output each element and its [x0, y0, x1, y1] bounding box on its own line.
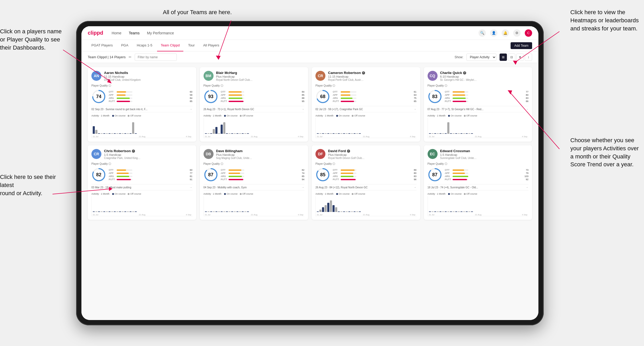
- list-view-icon[interactable]: ⊟: [508, 54, 515, 61]
- player-name[interactable]: Aaron Nicholls: [104, 71, 193, 75]
- filter-icon[interactable]: ▼: [516, 54, 524, 61]
- stat-name: APP: [109, 172, 115, 174]
- stat-bar: [341, 176, 356, 177]
- chart-bar: [215, 127, 217, 134]
- bell-icon[interactable]: 🔔: [502, 29, 509, 37]
- chart-bar: [468, 211, 470, 212]
- chart-bar: [351, 133, 353, 134]
- nav-home[interactable]: Home: [112, 30, 121, 36]
- player-name[interactable]: Blair McHarg: [216, 71, 305, 75]
- chart-bar: [335, 207, 337, 212]
- player-card[interactable]: ECEdward Crossman1-5 HandicapSunningdale…: [424, 145, 532, 220]
- player-name[interactable]: Charlie Quick✓: [440, 71, 529, 75]
- chart-bar: [114, 133, 116, 134]
- chart-bar: [236, 133, 238, 134]
- quality-score[interactable]: 87: [432, 172, 437, 178]
- chart-bar: [101, 211, 103, 212]
- stat-value: 80: [526, 94, 528, 96]
- tab-all-players[interactable]: All Players: [199, 40, 223, 51]
- round-arrow[interactable]: →: [190, 186, 193, 189]
- chart-label: 4 Sep: [522, 135, 527, 138]
- settings-icon[interactable]: ⚙: [513, 29, 521, 37]
- latest-round-text: 03 Mar 23 · 19, Must make putting: [91, 186, 131, 189]
- round-arrow[interactable]: →: [302, 108, 304, 111]
- nav-teams[interactable]: Teams: [129, 30, 139, 36]
- stat-value: 83: [526, 97, 528, 99]
- stat-value: 96: [414, 178, 416, 181]
- stat-bar: [341, 98, 356, 99]
- person-icon[interactable]: 👤: [490, 29, 497, 37]
- tab-pga[interactable]: PGA: [117, 40, 132, 51]
- player-name[interactable]: Dave Billingham: [216, 149, 305, 153]
- tab-pgat[interactable]: PGAT Players: [88, 40, 116, 51]
- stat-name: OTT: [221, 169, 227, 171]
- player-card[interactable]: DFDavid Ford✓Plus HandicapRoyal North De…: [312, 145, 420, 220]
- chart-bar: [116, 211, 118, 212]
- chart-bar: [135, 211, 137, 212]
- round-arrow[interactable]: →: [190, 108, 193, 111]
- chart-bar: [343, 133, 345, 134]
- avatar-icon[interactable]: C: [525, 29, 532, 37]
- quality-score[interactable]: 74: [96, 94, 101, 99]
- chart-bar: [239, 211, 241, 212]
- stat-bar: [117, 176, 132, 177]
- player-name[interactable]: Edward Crossman: [440, 149, 529, 153]
- player-handicap: Plus Handicap: [216, 153, 305, 156]
- stat-name: OTT: [445, 91, 451, 93]
- player-club: Sog Maging Golf Club, United Kingdom: [216, 157, 253, 159]
- stat-bar: [453, 101, 468, 102]
- round-arrow[interactable]: →: [414, 186, 417, 189]
- grid-view-icon[interactable]: ⊞: [500, 54, 507, 61]
- chart-bar: [447, 211, 449, 212]
- player-name[interactable]: Chris Robertson✓: [104, 149, 193, 153]
- chart-bar: [127, 211, 129, 212]
- verified-badge: ✓: [463, 71, 466, 74]
- chart-bar: [226, 211, 228, 212]
- activity-title: Activity · 1 Month: [315, 193, 334, 195]
- quality-score[interactable]: 85: [320, 172, 325, 178]
- player-card[interactable]: BMBlair McHargPlus HandicapRoyal North D…: [200, 67, 308, 142]
- quality-score[interactable]: 83: [432, 94, 437, 99]
- player-card[interactable]: ANAaron Nicholls11-15 HandicapDrift Golf…: [88, 67, 196, 142]
- player-name[interactable]: Cameron Robertson✓: [328, 71, 417, 75]
- quality-score[interactable]: 87: [208, 172, 213, 178]
- chart-bar: [463, 133, 465, 134]
- add-team-button[interactable]: Add Team: [511, 42, 532, 49]
- chart-bar: [340, 211, 342, 212]
- filter-search-input[interactable]: [135, 54, 177, 61]
- quality-score[interactable]: 68: [320, 94, 325, 99]
- nav-performance[interactable]: My Performance: [147, 30, 174, 36]
- nav-logo[interactable]: clippd: [88, 30, 103, 36]
- stat-name: ARG: [333, 97, 339, 99]
- quality-score[interactable]: 82: [96, 172, 101, 178]
- quality-score[interactable]: 93: [208, 94, 213, 99]
- search-icon[interactable]: 🔍: [479, 29, 486, 37]
- player-handicap: 11-15 Handicap: [104, 75, 193, 78]
- chart-bar: [132, 211, 134, 212]
- round-arrow[interactable]: →: [526, 108, 528, 111]
- round-arrow[interactable]: →: [526, 186, 528, 189]
- chart-bar: [356, 133, 358, 134]
- show-select[interactable]: Player Activity: [466, 54, 496, 61]
- player-name[interactable]: David Ford✓: [328, 149, 417, 153]
- player-card[interactable]: CRCameron Robertson✓11-15 HandicapRoyal …: [312, 67, 420, 142]
- top-nav: clippd Home Teams My Performance 🔍 👤 🔔 ⚙…: [81, 26, 538, 40]
- player-card[interactable]: DBDave BillinghamPlus HandicapSog Maging…: [200, 145, 308, 220]
- player-card[interactable]: CRChris Robertson✓1-5 HandicapCraigmilla…: [88, 145, 196, 220]
- stat-name: ARG: [445, 97, 451, 99]
- stat-name: PUTT: [109, 100, 115, 103]
- tab-tour[interactable]: Tour: [184, 40, 198, 51]
- sort-icon[interactable]: ↕: [525, 54, 532, 61]
- quality-label: Player Quality ⓘ: [428, 84, 529, 88]
- stat-value: 73: [524, 169, 528, 171]
- chart-bar: [351, 211, 353, 212]
- tab-team-clippd[interactable]: Team Clippd: [157, 40, 183, 51]
- tab-hcaps[interactable]: Hcaps 1-5: [133, 40, 156, 51]
- edit-icon[interactable]: ✏: [129, 55, 132, 59]
- round-arrow[interactable]: →: [302, 186, 304, 189]
- player-card[interactable]: CQCharlie Quick✓6-10 HandicapSt. George'…: [424, 67, 532, 142]
- stat-value: 95: [302, 100, 304, 103]
- round-arrow[interactable]: →: [414, 108, 417, 111]
- player-club: St. George's Hill GC - Weybridge - Surre…: [440, 78, 477, 81]
- chart-bar: [205, 211, 207, 212]
